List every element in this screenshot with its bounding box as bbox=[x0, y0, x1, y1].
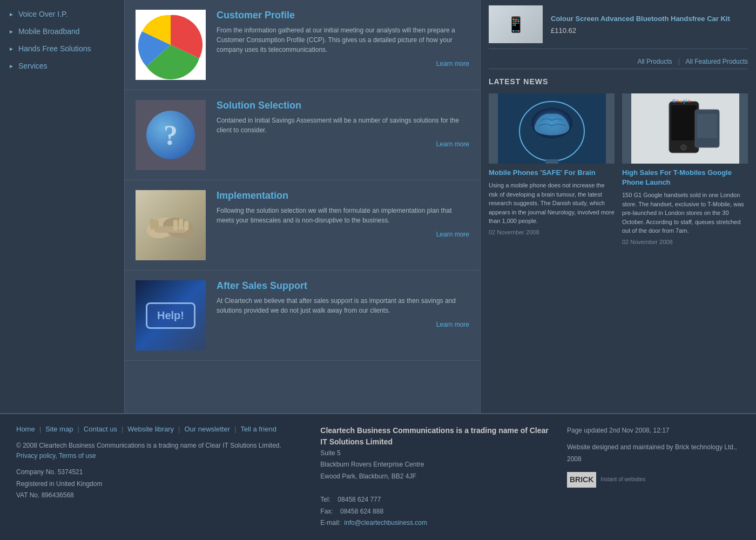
sidebar-item-voip[interactable]: ► Voice Over I.P. bbox=[0, 5, 124, 23]
svg-rect-5 bbox=[179, 219, 183, 230]
brain-icon bbox=[498, 93, 606, 164]
terms-of-use-link[interactable]: Terms of use bbox=[59, 452, 96, 460]
brick-brand: BRICK bbox=[567, 472, 596, 488]
svg-rect-4 bbox=[173, 220, 178, 231]
google-news-image: G o o g l e bbox=[622, 93, 748, 164]
arrow-icon: ► bbox=[9, 63, 14, 69]
footer-left: Home | Site map | Contact us | Website l… bbox=[16, 425, 304, 529]
after-sales-section: Help! After Sales Support At Cleartech w… bbox=[125, 271, 480, 361]
nav-sep-3: | bbox=[122, 425, 123, 433]
news-item-brain: Mobile Phones 'SAFE' For Brain Using a m… bbox=[489, 93, 615, 245]
company-tel: Tel: 08458 624 777 bbox=[320, 494, 551, 506]
featured-product: 📱 Colour Screen Advanced Bluetooth Hands… bbox=[489, 5, 748, 49]
footer-tell-friend-link[interactable]: Tell a friend bbox=[240, 425, 276, 433]
after-sales-learn-more[interactable]: Learn more bbox=[217, 321, 469, 328]
sidebar: ► Voice Over I.P. ► Mobile Broadband ► H… bbox=[0, 0, 124, 413]
implementation-title: Implementation bbox=[217, 190, 469, 201]
designed-by: Website designed and maintained by Brick… bbox=[567, 442, 740, 465]
solution-selection-title: Solution Selection bbox=[217, 100, 469, 111]
solution-selection-image: ? bbox=[136, 100, 206, 170]
svg-point-24 bbox=[681, 145, 686, 150]
footer-right: Page updated 2nd Nov 2008, 12:17 Website… bbox=[567, 425, 740, 529]
page-wrapper: ► Voice Over I.P. ► Mobile Broadband ► H… bbox=[0, 0, 756, 540]
solution-selection-desc: Contained in Initial Savings Assessment … bbox=[217, 116, 469, 135]
sidebar-item-label: Voice Over I.P. bbox=[18, 10, 68, 18]
customer-profile-text: Customer Profile From the information ga… bbox=[217, 10, 469, 68]
google-news-title[interactable]: High Sales For T-Mobiles Google Phone La… bbox=[622, 168, 748, 187]
nav-sep-2: | bbox=[77, 425, 79, 433]
arrow-icon: ► bbox=[9, 11, 14, 17]
sidebar-item-services[interactable]: ► Services bbox=[0, 57, 124, 75]
svg-rect-12 bbox=[545, 159, 558, 164]
page-updated: Page updated 2nd Nov 2008, 12:17 bbox=[567, 425, 740, 437]
right-column: 📱 Colour Screen Advanced Bluetooth Hands… bbox=[481, 0, 756, 413]
pie-chart-icon bbox=[136, 10, 206, 80]
implementation-section: Implementation Following the solution se… bbox=[125, 180, 480, 271]
nav-sep-4: | bbox=[178, 425, 180, 433]
separator: | bbox=[678, 58, 680, 65]
implementation-desc: Following the solution selection we will… bbox=[217, 206, 469, 225]
svg-text:o: o bbox=[679, 98, 682, 104]
email-link[interactable]: info@cleartechbusiness.com bbox=[344, 519, 427, 526]
sidebar-item-mobile-broadband[interactable]: ► Mobile Broadband bbox=[0, 23, 124, 40]
latest-news-title: LATEST NEWS bbox=[489, 77, 748, 86]
solution-selection-learn-more[interactable]: Learn more bbox=[217, 140, 469, 148]
phone-icon: G o o g l e bbox=[631, 93, 739, 164]
product-title: Colour Screen Advanced Bluetooth Handsfr… bbox=[551, 14, 748, 24]
sidebar-item-label: Hands Free Solutions bbox=[18, 44, 91, 53]
after-sales-desc: At Cleartech we believe that after sales… bbox=[217, 296, 469, 315]
brain-news-image bbox=[489, 93, 615, 164]
brain-news-title[interactable]: Mobile Phones 'SAFE' For Brain bbox=[489, 168, 615, 178]
footer-company-info: Company No. 5374521 Registered in United… bbox=[16, 467, 304, 502]
company-fax: Fax: 08458 624 888 bbox=[320, 506, 551, 518]
footer-website-library-link[interactable]: Website library bbox=[127, 425, 174, 433]
footer-sitemap-link[interactable]: Site map bbox=[45, 425, 73, 433]
svg-text:g: g bbox=[683, 98, 685, 104]
svg-rect-7 bbox=[154, 220, 159, 231]
products-links: All Products | All Featured Products bbox=[489, 55, 748, 69]
svg-rect-23 bbox=[697, 114, 717, 138]
featured-products-link[interactable]: All Featured Products bbox=[686, 58, 748, 65]
all-products-link[interactable]: All Products bbox=[637, 58, 672, 65]
footer: Home | Site map | Contact us | Website l… bbox=[0, 413, 756, 540]
sidebar-item-hands-free[interactable]: ► Hands Free Solutions bbox=[0, 40, 124, 57]
svg-text:G: G bbox=[672, 98, 676, 104]
customer-profile-section: Customer Profile From the information ga… bbox=[125, 0, 480, 90]
nav-sep-1: | bbox=[39, 425, 41, 433]
product-image: 📱 bbox=[489, 5, 543, 43]
footer-home-link[interactable]: Home bbox=[16, 425, 35, 433]
svg-rect-8 bbox=[150, 219, 154, 230]
svg-text:e: e bbox=[688, 98, 691, 104]
brick-tagline: Instant of websites bbox=[600, 475, 645, 484]
footer-copyright: © 2008 Cleartech Business Communications… bbox=[16, 441, 304, 461]
sidebar-item-label: Services bbox=[18, 62, 48, 70]
arrow-icon: ► bbox=[9, 46, 14, 52]
svg-text:o: o bbox=[676, 98, 679, 104]
company-email: E-mail: info@cleartechbusiness.com bbox=[320, 517, 551, 529]
news-grid: Mobile Phones 'SAFE' For Brain Using a m… bbox=[489, 93, 748, 245]
customer-profile-learn-more[interactable]: Learn more bbox=[217, 60, 469, 68]
brain-news-text: Using a mobile phone does not increase t… bbox=[489, 181, 615, 226]
customer-profile-title: Customer Profile bbox=[217, 10, 469, 21]
arrow-icon: ► bbox=[9, 29, 14, 35]
solution-selection-section: ? Solution Selection Contained in Initia… bbox=[125, 90, 480, 180]
customer-profile-image bbox=[136, 10, 206, 80]
footer-newsletter-link[interactable]: Our newsletter bbox=[184, 425, 230, 433]
company-name: Cleartech Business Communications is a t… bbox=[320, 425, 551, 448]
implementation-text: Implementation Following the solution se… bbox=[217, 190, 469, 238]
footer-center: Cleartech Business Communications is a t… bbox=[320, 425, 551, 529]
footer-contact-link[interactable]: Contact us bbox=[84, 425, 117, 433]
google-news-text: 150 G1 Google handsets sold in one Londo… bbox=[622, 191, 748, 235]
question-mark-icon: ? bbox=[146, 111, 195, 159]
privacy-policy-link[interactable]: Privacy policy bbox=[16, 452, 55, 460]
sidebar-item-label: Mobile Broadband bbox=[18, 27, 80, 36]
product-price: £110.62 bbox=[551, 26, 748, 35]
news-item-google: G o o g l e bbox=[622, 93, 748, 245]
footer-nav: Home | Site map | Contact us | Website l… bbox=[16, 425, 304, 433]
implementation-learn-more[interactable]: Learn more bbox=[217, 231, 469, 238]
after-sales-title: After Sales Support bbox=[217, 280, 469, 292]
latest-news: LATEST NEWS bbox=[489, 77, 748, 245]
implementation-image bbox=[136, 190, 206, 260]
brain-news-date: 02 November 2008 bbox=[489, 229, 615, 235]
after-sales-image: Help! bbox=[136, 280, 206, 350]
